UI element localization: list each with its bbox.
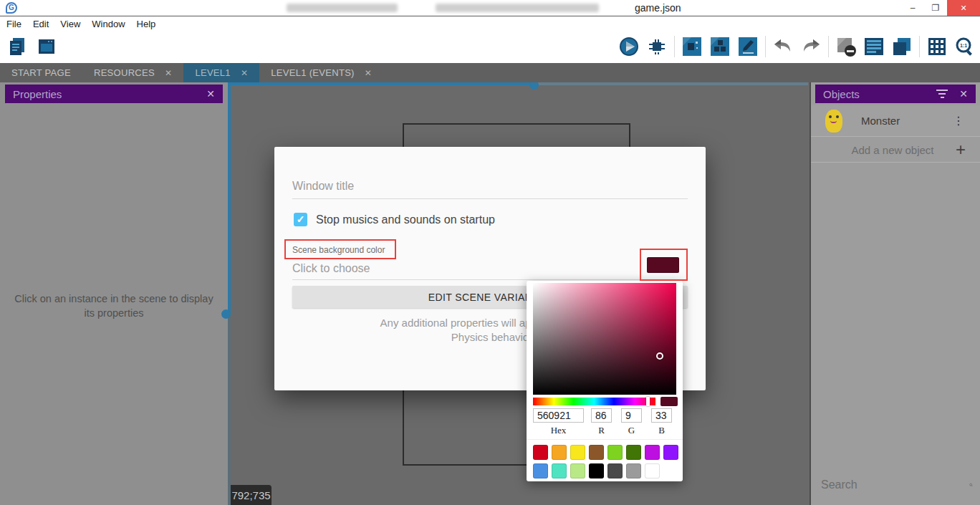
field-underline [292,279,688,280]
tab-close-icon[interactable]: ✕ [165,68,172,78]
add-object-row[interactable]: Add a new object + [811,138,980,163]
edit-scene-icon[interactable] [737,36,759,57]
tab-level1[interactable]: LEVEL1 ✕ [183,63,259,82]
properties-empty-message: Click on an instance in the scene to dis… [7,292,221,320]
menu-file[interactable]: File [6,19,21,29]
preset-swatch[interactable] [589,463,604,478]
blue-label: B [651,425,672,436]
saturation-area[interactable] [533,283,676,395]
stop-musics-label: Stop musics and sounds on startup [316,213,495,226]
menu-edit[interactable]: Edit [33,19,49,29]
add-object-icon[interactable] [681,36,703,57]
preset-swatch[interactable] [607,463,623,478]
preset-swatch[interactable] [645,445,660,460]
horizontal-scrollbar[interactable] [231,82,808,85]
hex-label: Hex [533,425,584,436]
preview-play-icon[interactable] [618,36,640,57]
field-underline [292,198,688,199]
maximize-button[interactable]: ❐ [924,0,947,16]
search-input[interactable] [821,478,969,491]
window-title: game.json [635,2,681,14]
window-title-field[interactable]: Window title [292,180,354,193]
redacted-path-segment [436,4,599,12]
add-instance-icon[interactable] [709,36,731,57]
properties-close-icon[interactable]: ✕ [206,88,215,100]
debug-icon[interactable] [646,36,668,57]
search-icon [969,477,973,493]
menu-view[interactable]: View [60,19,80,29]
title-bar: G game.json – ❐ ✕ [0,0,980,16]
stop-musics-checkbox[interactable]: ✓ [294,213,307,226]
cursor-coordinates-badge: 792;735 [231,485,272,505]
redacted-path-segment [287,4,398,12]
tab-resources[interactable]: RESOURCES ✕ [82,63,183,82]
tab-close-icon[interactable]: ✕ [365,68,372,78]
red-label: R [591,425,612,436]
toggle-mask-icon[interactable] [835,36,857,57]
monster-thumbnail-icon [825,110,842,133]
tab-level1-events[interactable]: LEVEL1 (EVENTS) ✕ [259,63,383,82]
properties-panel-title: Properties [13,88,206,100]
object-row-monster[interactable]: Monster ⋮ [811,105,980,137]
object-menu-icon[interactable]: ⋮ [953,119,964,123]
close-button[interactable]: ✕ [947,0,980,16]
hue-slider-thumb[interactable] [646,397,650,406]
tab-start-page[interactable]: START PAGE [0,63,82,82]
preset-swatch[interactable] [552,463,567,478]
editor-tab-bar: START PAGE RESOURCES ✕ LEVEL1 ✕ LEVEL1 (… [0,63,980,82]
saturation-marker[interactable] [656,352,663,360]
start-page-icon[interactable] [36,36,57,57]
layers-icon[interactable] [891,36,913,57]
objects-panel-title: Objects [823,88,936,100]
menu-bar: File Edit View Window Help [0,16,980,32]
minimize-button[interactable]: – [901,0,924,16]
preset-swatch[interactable] [552,445,567,460]
preset-swatch[interactable] [533,463,548,478]
color-picker-popup: Hex R G B [527,281,683,481]
color-field-placeholder[interactable]: Click to choose [292,262,370,275]
grid-icon[interactable] [926,36,948,57]
object-name: Monster [861,115,953,127]
scene-color-swatch[interactable] [647,257,679,273]
properties-panel: Properties ✕ Click on an instance in the… [0,82,228,505]
menu-help[interactable]: Help [137,19,156,29]
gdevelop-window: G game.json – ❐ ✕ File Edit View Window … [0,0,980,505]
filter-icon[interactable] [936,90,948,98]
tab-close-icon[interactable]: ✕ [241,68,248,78]
preset-swatch[interactable] [626,445,641,460]
objects-panel: Objects ✕ Monster ⋮ Add a new object + [810,82,980,505]
project-manager-icon[interactable] [7,36,29,57]
vertical-scrollbar-thumb[interactable] [221,309,231,319]
undo-icon[interactable] [772,36,794,57]
menu-window[interactable]: Window [92,19,125,29]
hex-input[interactable] [533,408,584,423]
add-object-label: Add a new object [811,144,956,156]
objects-search-row [821,473,973,496]
green-input[interactable] [621,408,642,423]
current-color-swatch [660,397,678,406]
picker-divider [527,439,683,440]
properties-panel-header: Properties ✕ [5,85,223,103]
svg-text:1:1: 1:1 [960,43,967,48]
preset-swatch[interactable] [570,445,585,460]
preset-swatch[interactable] [663,445,678,460]
toolbar: 1:1 [0,32,980,63]
preset-swatch[interactable] [645,463,660,478]
preset-swatch[interactable] [570,463,585,478]
red-input[interactable] [591,408,612,423]
preset-swatch[interactable] [607,445,623,460]
vertical-scrollbar[interactable] [228,82,231,505]
preset-swatch[interactable] [589,445,604,460]
hue-slider[interactable] [533,398,655,405]
app-logo-icon: G [6,2,17,14]
preset-swatch[interactable] [626,463,641,478]
scene-background-color-label: Scene background color [292,245,385,255]
instances-list-icon[interactable] [863,36,885,57]
objects-panel-header: Objects ✕ [815,85,976,103]
objects-close-icon[interactable]: ✕ [959,88,968,100]
plus-icon[interactable]: + [956,140,966,160]
preset-swatch[interactable] [533,445,548,460]
blue-input[interactable] [651,408,672,423]
redo-icon[interactable] [800,36,822,57]
zoom-1-1-icon[interactable]: 1:1 [954,36,976,57]
